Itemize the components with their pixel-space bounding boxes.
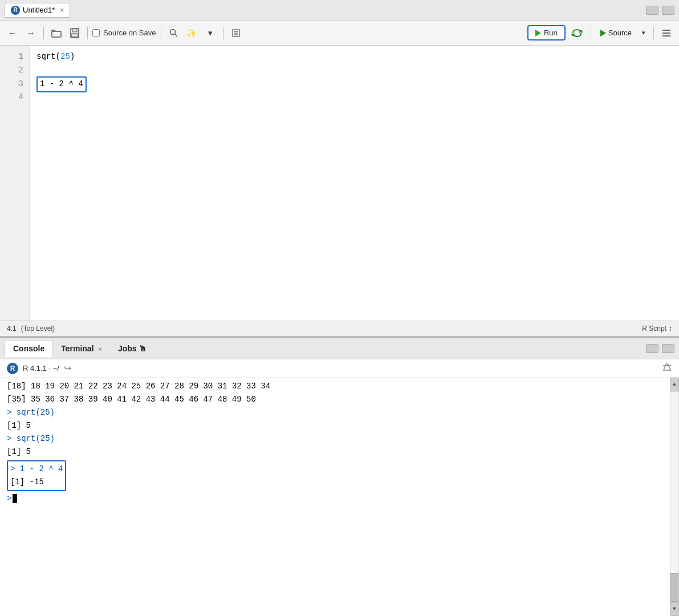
- scope-label: (Top Level): [21, 325, 55, 333]
- status-bar: 4:1 (Top Level) R Script ↕: [0, 321, 679, 337]
- editor-toolbar: ← → Source on Save: [0, 21, 679, 46]
- code-line-1: sqrt(25): [36, 50, 672, 64]
- line-number-4: 4: [0, 91, 23, 104]
- console-tabs: Console Terminal × Jobs 🖱: [0, 338, 679, 359]
- source-on-save-checkbox[interactable]: [92, 29, 100, 37]
- status-left: 4:1 (Top Level): [7, 325, 55, 333]
- scrollbar[interactable]: ▲ ▼: [670, 378, 679, 616]
- source-arrow-icon: [600, 30, 606, 37]
- separator-4: [223, 27, 223, 39]
- file-type-dropdown-icon[interactable]: ↕: [669, 325, 672, 333]
- save-icon: [70, 28, 80, 38]
- r-console-icon: R: [7, 363, 18, 374]
- console-highlighted-result: [1] -15: [10, 476, 63, 489]
- console-line-1: [18] 18 19 20 21 22 23 24 25 26 27 28 29…: [7, 380, 668, 393]
- code-line-4: [36, 91, 672, 105]
- separator-2: [87, 27, 88, 39]
- run-label: Run: [544, 29, 558, 37]
- line-number-3: 3: [0, 78, 23, 91]
- tab-console[interactable]: Console: [5, 340, 53, 357]
- console-line-4: [1] 5: [7, 419, 668, 432]
- code-close-paren: ): [70, 50, 75, 64]
- open-icon: [51, 29, 62, 38]
- separator-3: [161, 27, 161, 39]
- svg-rect-3: [71, 34, 78, 37]
- run-button[interactable]: Run: [527, 25, 566, 40]
- line-numbers: 1 2 3 4: [0, 46, 30, 321]
- svg-point-4: [170, 29, 175, 34]
- search-icon: [169, 29, 178, 38]
- console-output[interactable]: [18] 18 19 20 21 22 23 24 25 26 27 28 29…: [0, 378, 679, 616]
- line-number-1: 1: [0, 50, 23, 64]
- source-button[interactable]: Source: [596, 26, 636, 39]
- editor-content[interactable]: sqrt(25) 1 - 2 ^ 4: [30, 46, 679, 321]
- code-num-25: 25: [60, 50, 70, 64]
- console-highlighted-cmd: > 1 - 2 ^ 4: [10, 463, 63, 476]
- highlighted-console-block: > 1 - 2 ^ 4 [1] -15: [7, 460, 66, 491]
- maximize-button[interactable]: [662, 6, 674, 15]
- tab-terminal[interactable]: Terminal ×: [53, 341, 110, 356]
- open-button[interactable]: [48, 25, 64, 41]
- source-label: Source: [608, 29, 632, 37]
- code-line-3: 1 - 2 ^ 4: [36, 78, 672, 91]
- console-window-controls: [646, 344, 674, 353]
- magic-wand-button[interactable]: ✨: [184, 25, 200, 41]
- back-button[interactable]: ←: [5, 25, 21, 41]
- pages-icon: [231, 29, 241, 38]
- search-button[interactable]: [166, 25, 182, 41]
- file-type-label: R Script: [642, 325, 666, 333]
- title-bar: R Untitled1* ×: [0, 0, 679, 21]
- console-line-5: > sqrt(25): [7, 432, 668, 445]
- r-icon: R: [11, 6, 20, 15]
- console-minimize-button[interactable]: [646, 344, 658, 353]
- console-line-2: [35] 35 36 37 38 39 40 41 42 43 44 45 46…: [7, 393, 668, 406]
- forward-button[interactable]: →: [23, 25, 39, 41]
- code-sqrt: sqrt(: [36, 50, 60, 64]
- status-right: R Script ↕: [642, 325, 672, 333]
- console-prompt-line: >: [7, 492, 668, 505]
- svg-rect-2: [72, 29, 77, 32]
- separator-1: [43, 27, 44, 39]
- clear-icon: [662, 362, 672, 372]
- svg-line-5: [174, 34, 177, 37]
- editor-tab[interactable]: R Untitled1* ×: [5, 3, 70, 18]
- source-dropdown-button[interactable]: ▾: [639, 25, 649, 41]
- clear-console-button[interactable]: [662, 362, 672, 375]
- code-line-2: [36, 64, 672, 78]
- scroll-up-arrow[interactable]: ▲: [670, 378, 679, 391]
- console-line-3: > sqrt(25): [7, 406, 668, 419]
- source-on-save-label: Source on Save: [103, 29, 156, 37]
- svg-rect-0: [52, 31, 61, 37]
- terminal-close-icon[interactable]: ×: [98, 346, 101, 352]
- console-maximize-button[interactable]: [662, 344, 674, 353]
- close-tab-button[interactable]: ×: [60, 6, 64, 14]
- console-header: R R 4.1.1 · ~/ ↪: [0, 359, 679, 378]
- r-version-label: R 4.1.1 · ~/: [23, 364, 59, 372]
- rerun-button[interactable]: [568, 25, 586, 41]
- scroll-track: [670, 391, 679, 602]
- hamburger-icon: [662, 29, 671, 37]
- pages-button[interactable]: [228, 25, 244, 41]
- source-on-save-control: Source on Save: [92, 29, 156, 37]
- console-prompt: >: [7, 492, 11, 505]
- rerun-icon: [571, 27, 583, 39]
- scroll-down-arrow[interactable]: ▼: [670, 602, 679, 616]
- cursor-position: 4:1: [7, 325, 17, 333]
- console-cursor: [13, 494, 17, 503]
- tab-title: Untitled1*: [23, 6, 55, 14]
- code-line-3-highlighted: 1 - 2 ^ 4: [36, 76, 87, 92]
- hamburger-button[interactable]: [658, 25, 674, 41]
- window-controls: [646, 6, 674, 15]
- tab-jobs[interactable]: Jobs 🖱: [110, 341, 155, 356]
- run-arrow-icon: [535, 30, 541, 37]
- console-line-6: [1] 5: [7, 445, 668, 459]
- line-number-2: 2: [0, 64, 23, 78]
- console-pane: Console Terminal × Jobs 🖱 R R 4.1.1 · ~/…: [0, 337, 679, 616]
- editor-pane: 1 2 3 4 sqrt(25) 1 - 2 ^ 4: [0, 46, 679, 321]
- minimize-button[interactable]: [646, 6, 658, 15]
- scroll-thumb[interactable]: [670, 573, 678, 602]
- save-button[interactable]: [67, 25, 83, 41]
- separator-6: [653, 27, 654, 39]
- navigate-icon[interactable]: ↪: [64, 363, 71, 374]
- code-tools-dropdown[interactable]: ▾: [202, 25, 218, 41]
